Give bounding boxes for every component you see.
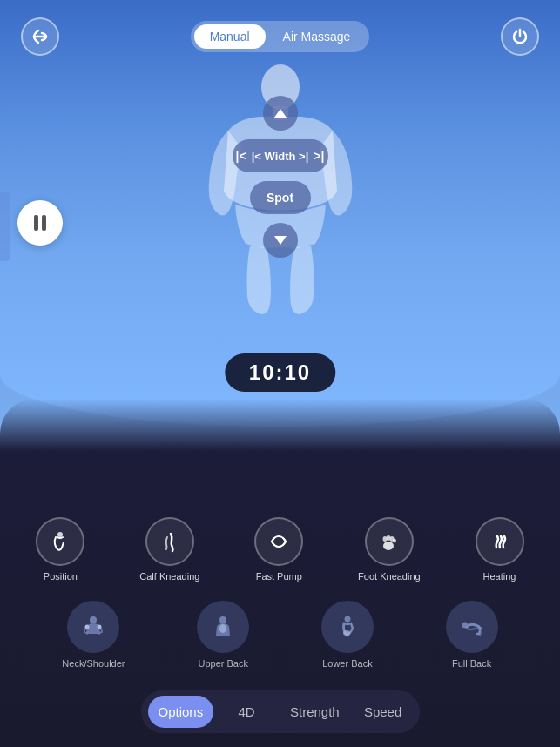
position-row: Neck/Shoulder Upper Back [0, 601, 560, 669]
svg-point-7 [393, 539, 396, 543]
tab-manual[interactable]: Manual [194, 24, 266, 49]
full-label: Full Back [452, 658, 491, 669]
upper-icon-circle [197, 601, 249, 653]
power-button[interactable] [501, 17, 539, 56]
pause-icon [34, 215, 46, 231]
side-slider[interactable] [0, 192, 10, 261]
foot-label: Foot Kneading [358, 571, 421, 582]
feature-pump[interactable]: Fast Pump [254, 517, 303, 582]
upper-label: Upper Back [198, 658, 247, 669]
lower-label: Lower Back [322, 658, 372, 669]
spot-button[interactable]: Spot [250, 181, 311, 214]
svg-point-10 [98, 625, 102, 629]
heating-icon-circle [476, 517, 524, 566]
feature-foot[interactable]: Foot Kneading [358, 517, 421, 582]
neck-icon-circle [67, 601, 119, 653]
tab-speed[interactable]: Speed [354, 696, 413, 728]
body-controls: |< |< Width >| >| Spot [233, 96, 328, 258]
lower-icon-circle [321, 601, 374, 653]
feature-row: Position Calf Kneading Fas [0, 517, 560, 582]
neck-label: Neck/Shoulder [62, 658, 125, 669]
svg-point-3 [383, 542, 394, 550]
position-label: Position [44, 571, 78, 582]
down-button[interactable] [263, 223, 298, 258]
pause-button[interactable] [17, 200, 63, 246]
width-button[interactable]: |< |< Width >| >| [233, 139, 328, 172]
position-icon-circle [36, 517, 84, 566]
calf-label: Calf Kneading [139, 571, 199, 582]
up-button[interactable] [263, 96, 298, 131]
tab-4d[interactable]: 4D [217, 696, 276, 728]
feature-calf[interactable]: Calf Kneading [139, 517, 199, 582]
svg-point-9 [85, 625, 90, 629]
feature-position[interactable]: Position [36, 517, 84, 582]
svg-point-13 [344, 616, 350, 622]
timer-display: 10:10 [225, 353, 335, 392]
position-full[interactable]: Full Back [446, 601, 498, 669]
heating-label: Heating [483, 571, 516, 582]
spot-label: Spot [267, 191, 293, 205]
foot-icon-circle [365, 517, 414, 566]
svg-point-12 [219, 624, 226, 633]
tab-air-massage[interactable]: Air Massage [267, 24, 367, 49]
tab-strength[interactable]: Strength [280, 696, 350, 728]
full-icon-circle [446, 601, 498, 653]
pump-icon-circle [254, 517, 303, 566]
svg-point-11 [219, 616, 226, 623]
width-label: |< Width >| [252, 150, 309, 163]
svg-point-2 [57, 532, 63, 537]
back-button[interactable] [21, 17, 59, 56]
tab-options[interactable]: Options [148, 696, 214, 728]
svg-point-14 [343, 630, 350, 636]
position-upper[interactable]: Upper Back [197, 601, 249, 669]
position-neck[interactable]: Neck/Shoulder [62, 601, 125, 669]
pump-label: Fast Pump [256, 571, 302, 582]
bottom-tabs: Options 4D Strength Speed [141, 690, 420, 733]
calf-icon-circle [145, 517, 194, 566]
top-section: Manual Air Massage [0, 0, 560, 427]
svg-point-8 [90, 616, 97, 623]
position-lower[interactable]: Lower Back [321, 601, 374, 669]
bottom-section: Position Calf Kneading Fas [0, 399, 560, 747]
timer-value: 10:10 [249, 360, 311, 384]
mode-tabs: Manual Air Massage [191, 21, 370, 52]
feature-heating[interactable]: Heating [476, 517, 524, 582]
